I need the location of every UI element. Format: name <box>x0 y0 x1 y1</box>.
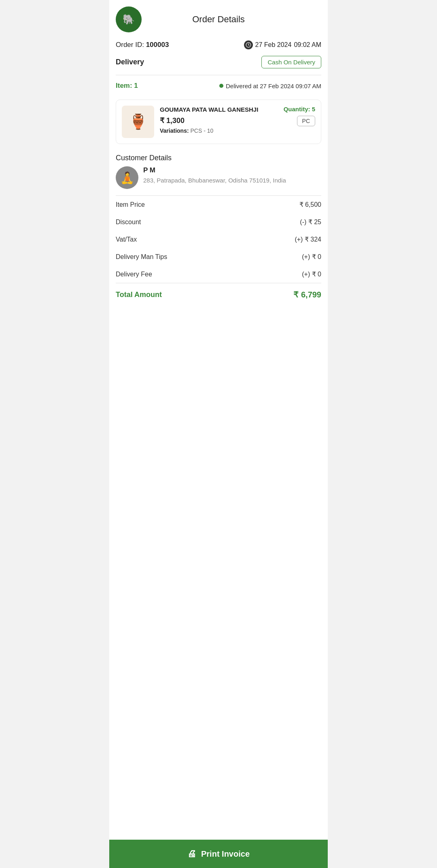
payment-method-badge: Cash On Delivery <box>261 56 321 68</box>
item-price-label: Item Price <box>116 201 145 208</box>
price-section: Item Price ₹ 6,500 Discount (-) ₹ 25 Vat… <box>109 196 328 283</box>
print-invoice-label: Print Invoice <box>201 849 250 859</box>
status-dot <box>219 84 223 88</box>
print-invoice-button[interactable]: 🖨 Print Invoice <box>109 840 328 868</box>
product-variations: Variations: PCS - 10 <box>160 127 278 134</box>
page-title: Order Details <box>142 14 295 25</box>
discount-label: Discount <box>116 219 141 226</box>
item-price-value: ₹ 6,500 <box>299 201 321 208</box>
price-row-vat: Vat/Tax (+) ₹ 324 <box>116 231 321 248</box>
total-value: ₹ 6,799 <box>293 290 321 299</box>
clock-icon <box>244 40 253 49</box>
product-name: GOUMAYA PATA WALL GANESHJI <box>160 106 278 114</box>
order-time: 27 Feb 2024 09:02 AM <box>244 40 321 49</box>
price-row-fee: Delivery Fee (+) ₹ 0 <box>116 265 321 283</box>
product-image: 🏺 <box>122 106 154 138</box>
fee-label: Delivery Fee <box>116 271 152 278</box>
quantity-label: Quantity: 5 <box>284 106 315 112</box>
delivery-label: Delivery <box>116 58 144 66</box>
product-card: 🏺 GOUMAYA PATA WALL GANESHJI ₹ 1,300 Var… <box>116 100 321 144</box>
total-row: Total Amount ₹ 6,799 <box>109 283 328 306</box>
unit-badge: PC <box>297 116 315 126</box>
customer-section-title: Customer Details <box>109 147 328 166</box>
order-date: 27 Feb 2024 <box>255 41 292 49</box>
order-meta: Order ID: 100003 27 Feb 2024 09:02 AM <box>109 37 328 54</box>
item-count: Item: 1 <box>116 82 138 90</box>
customer-address: 283, Patrapada, Bhubaneswar, Odisha 7510… <box>143 176 321 185</box>
total-label: Total Amount <box>116 291 162 299</box>
customer-name: P M <box>143 166 321 174</box>
product-info: GOUMAYA PATA WALL GANESHJI ₹ 1,300 Varia… <box>160 106 278 134</box>
delivery-row: Delivery Cash On Delivery <box>109 54 328 75</box>
fee-value: (+) ₹ 0 <box>302 270 321 278</box>
order-id: Order ID: 100003 <box>116 41 169 49</box>
discount-value: (-) ₹ 25 <box>300 218 321 226</box>
delivery-status: Delivered at 27 Feb 2024 09:07 AM <box>219 83 321 89</box>
price-row-item: Item Price ₹ 6,500 <box>116 196 321 213</box>
product-price: ₹ 1,300 <box>160 116 278 125</box>
vat-value: (+) ₹ 324 <box>295 236 321 243</box>
customer-avatar: 🧘 <box>116 166 138 189</box>
item-summary: Item: 1 Delivered at 27 Feb 2024 09:07 A… <box>109 75 328 96</box>
header: 🐘 Order Details <box>109 0 328 37</box>
order-time-value: 09:02 AM <box>294 41 321 49</box>
product-quantity-section: Quantity: 5 PC <box>284 106 315 126</box>
status-text: Delivered at 27 Feb 2024 09:07 AM <box>226 83 321 89</box>
tips-label: Delivery Man Tips <box>116 253 167 261</box>
price-row-discount: Discount (-) ₹ 25 <box>116 213 321 231</box>
customer-info: P M 283, Patrapada, Bhubaneswar, Odisha … <box>143 166 321 185</box>
vat-label: Vat/Tax <box>116 236 137 243</box>
tips-value: (+) ₹ 0 <box>302 253 321 261</box>
app-logo: 🐘 <box>116 6 142 32</box>
price-row-tips: Delivery Man Tips (+) ₹ 0 <box>116 248 321 265</box>
printer-icon: 🖨 <box>187 849 196 859</box>
customer-row: 🧘 P M 283, Patrapada, Bhubaneswar, Odish… <box>109 166 328 195</box>
